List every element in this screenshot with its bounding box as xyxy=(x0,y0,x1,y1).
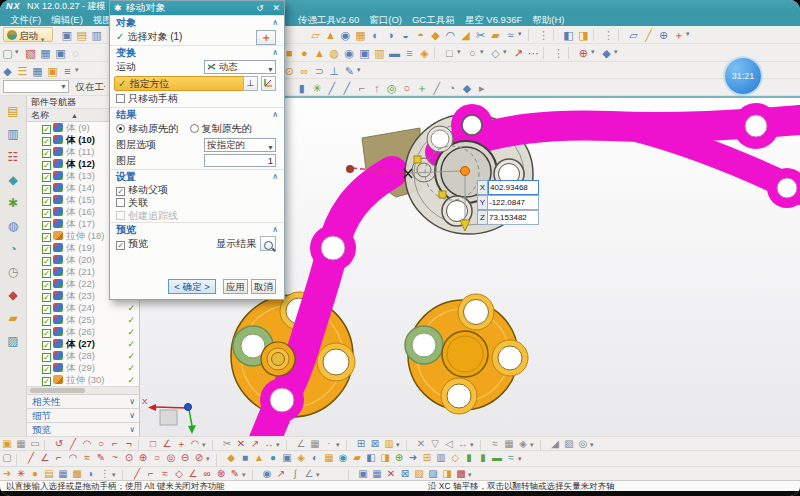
feature-checkbox[interactable]: ✓ xyxy=(42,293,51,302)
feature-checkbox[interactable]: ✓ xyxy=(42,305,51,314)
corner2-icon[interactable]: ¬ xyxy=(122,438,136,450)
menu-窗口(O)[interactable]: 窗口(O) xyxy=(369,13,402,26)
chevron-down-icon[interactable]: ▾ xyxy=(470,441,478,449)
undo-b-icon[interactable]: ↺ xyxy=(52,438,66,450)
chevron-down-icon[interactable]: ▾ xyxy=(15,48,23,56)
feature-checkbox[interactable]: ✓ xyxy=(42,341,51,350)
feature-checkbox[interactable]: ✓ xyxy=(42,269,51,278)
r1-icon[interactable]: ▣ xyxy=(356,468,370,480)
chevron-down-icon[interactable]: ▾ xyxy=(518,30,526,38)
intersect-icon[interactable]: ◒ xyxy=(398,28,413,42)
checkbox-unchecked[interactable] xyxy=(116,94,125,103)
feature-checkbox[interactable]: ✓ xyxy=(42,317,51,326)
orient-view-icon[interactable]: ◆ xyxy=(599,46,614,60)
joint-icon[interactable]: ⊃ xyxy=(312,64,327,78)
panel-相关性[interactable]: 相关性∨ xyxy=(27,394,139,408)
feature-checkbox[interactable]: ✓ xyxy=(42,377,51,386)
chevron-down-icon[interactable]: ▾ xyxy=(686,30,694,38)
menu-GC工具箱[interactable]: GC工具箱 xyxy=(412,13,455,26)
tree-item[interactable]: ✓体 (28)✓ xyxy=(27,350,139,362)
process-icon[interactable]: ◷ xyxy=(5,264,22,280)
datum-plane-icon[interactable]: ▱ xyxy=(626,28,641,42)
m9-icon[interactable]: ▧ xyxy=(562,438,576,450)
sheet-icon[interactable]: ▰ xyxy=(488,28,503,42)
new-part-icon[interactable]: ▣ xyxy=(59,28,74,42)
f18-icon[interactable]: ▮ xyxy=(462,452,476,464)
collapse-icon[interactable]: ∧ xyxy=(272,16,278,30)
shell-icon[interactable]: ◓ xyxy=(413,28,428,42)
m4-icon[interactable]: ↔ xyxy=(456,438,470,450)
snap-center-icon[interactable]: ◎ xyxy=(384,81,399,95)
chevron-down-icon[interactable]: ▾ xyxy=(276,441,284,449)
m6-icon[interactable]: ▦ xyxy=(502,438,516,450)
k3-icon[interactable]: ○ xyxy=(150,452,164,464)
s3-icon[interactable]: ≈ xyxy=(158,468,172,480)
motion-dropdown[interactable]: 动态▼ xyxy=(204,60,276,74)
chevron-down-icon[interactable]: ▾ xyxy=(202,441,210,449)
web-browser-icon[interactable]: ◍ xyxy=(5,218,22,234)
grid-b-icon[interactable]: ▦ xyxy=(308,438,322,450)
snap-hook-icon[interactable]: ⌐ xyxy=(354,81,369,95)
s4-icon[interactable]: ◇ xyxy=(172,468,186,480)
m7-icon[interactable]: ◈ xyxy=(516,438,530,450)
slot-icon[interactable]: ▬ xyxy=(387,46,402,60)
close-icon[interactable]: ✕ xyxy=(272,3,280,13)
snap-quad-icon[interactable]: ◔ xyxy=(444,81,459,95)
chevron-down-icon[interactable]: ▾ xyxy=(75,66,83,74)
move-handles-only-row[interactable]: 只移动手柄 xyxy=(110,91,284,107)
chevron-down-icon[interactable]: ▾ xyxy=(591,48,599,56)
l1-icon[interactable]: ╱ xyxy=(24,452,38,464)
manager-icon[interactable]: ◆ xyxy=(5,287,22,303)
snap-plus-icon[interactable]: ＋ xyxy=(414,81,429,95)
copy-object-icon[interactable]: ▣ xyxy=(53,46,68,60)
feature-checkbox[interactable]: ✓ xyxy=(42,257,51,266)
t3-icon[interactable]: ∫ xyxy=(288,468,302,480)
emboss-icon[interactable]: ◈ xyxy=(417,46,432,60)
proj3-icon[interactable]: ▥ xyxy=(382,438,396,450)
csys-dialog-button[interactable] xyxy=(261,76,276,91)
selection-filter-combo[interactable]: ▼ xyxy=(3,80,69,93)
trim-icon[interactable]: ✂ xyxy=(473,28,488,42)
pocket-icon[interactable]: ▣ xyxy=(357,46,372,60)
s2-icon[interactable]: ⌐ xyxy=(144,468,158,480)
f21-icon[interactable]: ≈ xyxy=(504,452,518,464)
menu-传强工具v2.60[interactable]: 传强工具v2.60 xyxy=(298,13,359,26)
sketch-icon[interactable]: ▱ xyxy=(308,28,323,42)
chevron-down-icon[interactable]: ▾ xyxy=(396,441,404,449)
section-object[interactable]: 对象∧ xyxy=(110,15,284,29)
point-set-icon[interactable]: ⋯ xyxy=(526,46,541,60)
chevron-down-icon[interactable]: ▾ xyxy=(336,441,344,449)
f3-icon[interactable]: ▲ xyxy=(252,452,266,464)
extrude-icon[interactable]: ▲ xyxy=(323,28,338,42)
hole-icon[interactable]: ◉ xyxy=(338,28,353,42)
snap-star-icon[interactable]: ✳ xyxy=(309,81,324,95)
dim-icon[interactable]: ↔ xyxy=(262,438,276,450)
r4-icon[interactable]: ⊠ xyxy=(398,468,412,480)
collapse-icon[interactable]: ∧ xyxy=(272,46,278,60)
reuse-lib-icon[interactable]: ◆ xyxy=(5,172,22,188)
section-result[interactable]: 结果∧ xyxy=(110,107,284,121)
checkbox-checked[interactable]: ✓ xyxy=(116,241,125,250)
polygon-shape-icon[interactable]: ◇ xyxy=(488,46,503,60)
wcs-icon[interactable]: ⊕ xyxy=(576,46,591,60)
f12-icon[interactable]: ◨ xyxy=(378,452,392,464)
layer-settings-icon[interactable]: ☰ xyxy=(15,64,30,78)
chevron-down-icon[interactable]: ▾ xyxy=(242,471,250,479)
chevron-down-icon[interactable]: ▾ xyxy=(518,455,526,463)
collapse-icon[interactable]: ∧ xyxy=(272,108,278,122)
s6-icon[interactable]: ∞ xyxy=(200,468,214,480)
snap-slash-icon[interactable]: ╱ xyxy=(429,81,444,95)
assembly-icon[interactable]: ▦ xyxy=(38,46,53,60)
f17-icon[interactable]: ◇ xyxy=(448,452,462,464)
moon-icon[interactable]: ◗ xyxy=(84,468,98,480)
cone-icon[interactable]: ▲ xyxy=(312,46,327,60)
datum-axis-icon[interactable]: ╱ xyxy=(641,28,656,42)
m8-icon[interactable]: ◢ xyxy=(548,438,562,450)
specify-orientation-step[interactable]: ✓指定方位 xyxy=(114,76,250,91)
snap-line1-icon[interactable]: ╱ xyxy=(324,81,339,95)
tree-item[interactable]: ✓体 (29)✓ xyxy=(27,362,139,374)
mate-icon[interactable]: ⊥ xyxy=(327,64,342,78)
table-icon[interactable]: ▦ xyxy=(56,468,70,480)
associative-row[interactable]: 关联 xyxy=(110,196,284,209)
panel-细节[interactable]: 细节∨ xyxy=(27,408,139,422)
